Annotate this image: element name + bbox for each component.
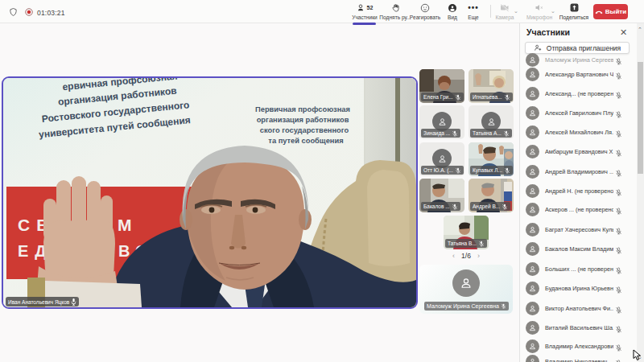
svg-text:Первичная профсоюзная: Первичная профсоюзная <box>255 105 350 113</box>
svg-text:ского государственного: ского государственного <box>260 126 349 134</box>
svg-text:та путей сообщения: та путей сообщения <box>268 137 343 145</box>
svg-text:М: М <box>118 216 132 234</box>
svg-text:организация работников: организация работников <box>257 116 349 124</box>
